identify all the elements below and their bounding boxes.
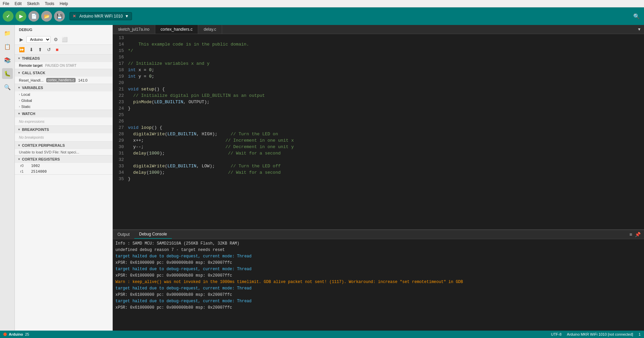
debug-icon[interactable]: 🐛 [2, 68, 13, 79]
open-button[interactable]: 📂 [41, 11, 52, 22]
code-content[interactable]: This example code is in the public domai… [128, 34, 644, 229]
tab-dropdown-icon[interactable]: ▼ [635, 25, 644, 34]
terminal-icon[interactable]: ⬜ [61, 36, 68, 43]
settings-icon[interactable]: ⚙ [52, 36, 59, 43]
save-button[interactable]: 💾 [54, 11, 65, 22]
console-line: xPSR: 0x61000000 pc: 0x000000b80 msp: 0x… [115, 292, 641, 298]
cortex-registers-section: ▼ CORTEX REGISTERS r0 1002 r1 2514000 [15, 156, 112, 175]
new-button[interactable]: 📄 [28, 11, 39, 22]
var-local-label: Local [21, 92, 30, 96]
upload-button[interactable]: ▶ [16, 11, 26, 22]
tab-cortex[interactable]: cortex_handlers.c [155, 25, 198, 34]
callstack-header[interactable]: ▼ CALL STACK [15, 69, 112, 77]
cortex-registers-label: CORTEX REGISTERS [22, 157, 60, 161]
wrap-icon[interactable]: ≡ [629, 231, 633, 238]
watch-section: ▼ WATCH No expressions [15, 110, 112, 126]
files-icon[interactable]: 📁 [2, 28, 13, 38]
watch-label: WATCH [22, 112, 35, 116]
bottom-tab-icons: ≡ 📌 [629, 231, 644, 238]
var-local-arrow-icon: › [19, 93, 20, 96]
menu-edit[interactable]: Edit [15, 1, 22, 6]
status-line: 25 [25, 332, 29, 336]
callstack-fn: Reset_Handl... [19, 78, 44, 82]
breakpoints-header[interactable]: ▼ BREAKPOINTS [15, 126, 112, 133]
tab-sketch[interactable]: sketch_jul17a.ino [113, 25, 155, 34]
var-static[interactable]: › Static [15, 104, 112, 110]
cortex-peripherals-label: CORTEX PERIPHERALS [22, 143, 65, 147]
tab-debug-console[interactable]: Debug Console [134, 230, 172, 239]
debug-title: DEBUG [15, 25, 112, 34]
debug-controls: ⏩ ⬇ ⬆ ↺ ■ [15, 45, 112, 55]
console-line: target halted due to debug-request, curr… [115, 298, 641, 305]
callstack-item: Reset_Handl... cortex_handlers.c 141:0 [15, 77, 112, 84]
step-into-button[interactable]: ⬇ [28, 46, 35, 53]
watch-header[interactable]: ▼ WATCH [15, 110, 112, 117]
debug-panel: DEBUG ▶ Arduino ⚙ ⬜ ⏩ ⬇ ⬆ ↺ ■ ▼ THREADS … [15, 25, 113, 331]
cortex-registers-arrow-icon: ▼ [18, 158, 21, 161]
cortex-peripherals-header[interactable]: ▼ CORTEX PERIPHERALS [15, 142, 112, 149]
verify-button[interactable]: ✓ [3, 11, 14, 22]
var-global-arrow-icon: › [19, 99, 20, 102]
tab-output[interactable]: Output [113, 230, 134, 238]
no-breakpoints: No breakpoints [15, 133, 112, 141]
status-board: Arduino MKR WiFi 1010 [not connected] [567, 332, 633, 336]
status-left: Arduino 25 [3, 332, 29, 336]
var-static-arrow-icon: › [19, 105, 20, 108]
search-button[interactable]: 🔍 [632, 12, 641, 21]
console-output[interactable]: Info : SAMD MCU: SAMD21G18A (256KB Flash… [113, 239, 644, 331]
dropdown-arrow-icon: ▼ [125, 14, 129, 19]
no-expressions: No expressions [15, 117, 112, 125]
var-local[interactable]: › Local [15, 91, 112, 97]
search-sidebar-icon[interactable]: 🔍 [2, 82, 13, 92]
variables-header[interactable]: ▼ VARIABLES [15, 84, 112, 91]
toolbar: ✓ ▶ 📄 📂 💾 ✕ Arduino MKR WiFi 1010 ▼ 🔍 [0, 7, 644, 25]
status-circle-icon [3, 333, 7, 336]
stop-button[interactable]: ■ [54, 46, 60, 53]
restart-button[interactable]: ↺ [46, 46, 52, 53]
breakpoints-section: ▼ BREAKPOINTS No breakpoints [15, 126, 112, 142]
console-line: target halted due to debug-request, curr… [115, 266, 641, 273]
main-layout: 📁 📋 📚 🐛 🔍 DEBUG ▶ Arduino ⚙ ⬜ ⏩ ⬇ ⬆ ↺ ■ [0, 25, 644, 331]
console-line: xPSR: 0x61000000 pc: 0x000000b80 msp: 0x… [115, 260, 641, 266]
thread-item: Remote target PAUSED ON START [15, 62, 112, 69]
console-line: undefined debug reason 7 - target needs … [115, 247, 641, 253]
callstack-arrow-icon: ▼ [18, 71, 21, 75]
board-icon[interactable]: 📋 [2, 41, 13, 52]
cortex-peripherals-msg: Unable to load SVD File: Not speci... [15, 149, 112, 155]
menu-help[interactable]: Help [60, 1, 68, 6]
step-out-button[interactable]: ⬆ [37, 46, 44, 53]
arduino-select[interactable]: Arduino [26, 36, 51, 43]
play-button[interactable]: ▶ [18, 36, 25, 43]
step-over-button[interactable]: ⏩ [18, 46, 26, 53]
var-global[interactable]: › Global [15, 97, 112, 104]
console-line: target halted due to debug-request, curr… [115, 253, 641, 260]
cortex-registers-header[interactable]: ▼ CORTEX REGISTERS [15, 156, 112, 163]
library-icon[interactable]: 📚 [2, 55, 13, 65]
menu-sketch[interactable]: Sketch [27, 1, 39, 6]
threads-arrow-icon: ▼ [18, 57, 21, 60]
threads-header[interactable]: ▼ THREADS [15, 55, 112, 62]
menu-file[interactable]: File [3, 1, 9, 6]
line-numbers: 13 14 15 16 17 18 19 20 21 22 23 24 25 2… [113, 34, 128, 229]
callstack-section: ▼ CALL STACK Reset_Handl... cortex_handl… [15, 69, 112, 84]
menu-bar: File Edit Sketch Tools Help [0, 0, 644, 7]
reg-r0-name: r0 [20, 164, 28, 168]
board-selector[interactable]: ✕ Arduino MKR WiFi 1010 ▼ [70, 12, 132, 20]
callstack-line: 141:0 [78, 78, 88, 82]
reg-r1-value: 2514000 [31, 169, 47, 174]
console-line: target halted due to debug-request, curr… [115, 285, 641, 292]
breakpoints-label: BREAKPOINTS [22, 128, 49, 132]
threads-section: ▼ THREADS Remote target PAUSED ON START [15, 55, 112, 69]
board-name: Arduino MKR WiFi 1010 [79, 14, 123, 19]
callstack-file: cortex_handlers.c [46, 78, 76, 82]
tab-delay[interactable]: delay.c [198, 25, 222, 34]
menu-tools[interactable]: Tools [45, 1, 54, 6]
pin-icon[interactable]: 📌 [634, 231, 641, 238]
thread-status: PAUSED ON START [45, 64, 77, 67]
code-editor[interactable]: 13 14 15 16 17 18 19 20 21 22 23 24 25 2… [113, 34, 644, 229]
callstack-label: CALL STACK [22, 71, 45, 75]
status-bar: Arduino 25 UTF-8 Arduino MKR WiFi 1010 [… [0, 331, 644, 338]
status-right: UTF-8 Arduino MKR WiFi 1010 [not connect… [551, 332, 641, 336]
bottom-tabs: Output Debug Console ≡ 📌 [113, 230, 644, 239]
reg-r0: r0 1002 [15, 163, 112, 169]
